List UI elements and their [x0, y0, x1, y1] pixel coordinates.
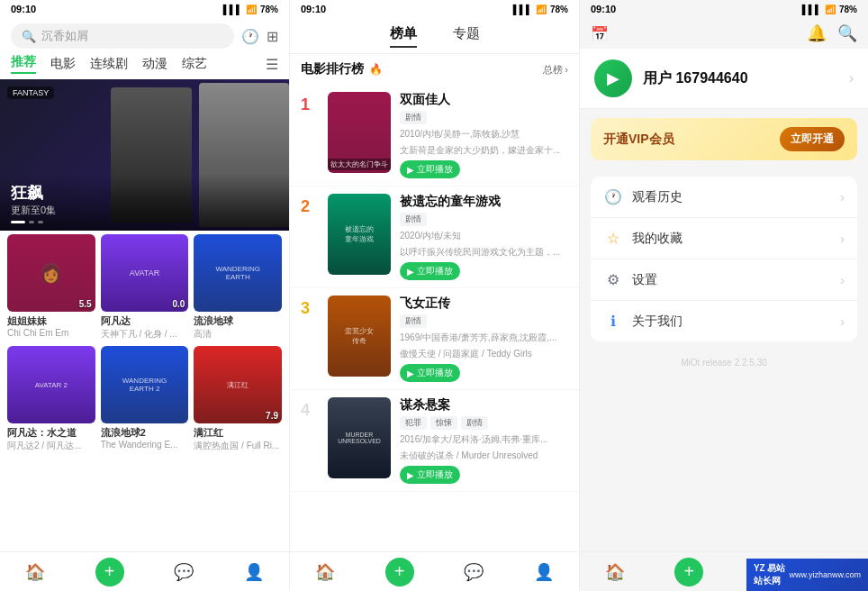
vip-open-button[interactable]: 立即开通: [780, 127, 845, 151]
menu-item-history[interactable]: 🕐 观看历史 ›: [591, 177, 857, 218]
movie-tags-3: 剧情: [400, 314, 568, 328]
category-nav: 推荐 电影 连续剧 动漫 综艺 ☰: [0, 54, 289, 79]
hero-dot-2[interactable]: [29, 221, 34, 223]
tag-3-0: 剧情: [400, 314, 427, 328]
bottom-nav-2: 🏠 + 💬 👤: [290, 551, 579, 591]
nav-item-anime[interactable]: 动漫: [142, 56, 167, 72]
card-4[interactable]: WANDERINGEARTH 2 流浪地球2 The Wandering E..…: [101, 346, 189, 452]
menu-label-history: 观看历史: [632, 189, 831, 205]
card-5[interactable]: 满江红 7.9 满江红 满腔热血国 / Full Ri...: [194, 346, 282, 452]
bottom-nav-home-2[interactable]: 🏠: [315, 562, 335, 582]
status-bar-3: 09:10 ▌▌▌ 📶 78%: [580, 0, 868, 18]
history-icon[interactable]: 🕐: [241, 28, 259, 45]
movie-title-2: 被遗忘的童年游戏: [400, 194, 568, 210]
tab-ranking[interactable]: 榜单: [390, 25, 417, 48]
movie-meta-4: 2016/加拿大/尼科洛·汤姆,韦弗·重库...: [400, 433, 568, 446]
battery-icon-3: 78%: [839, 5, 857, 14]
movie-meta-3: 1969/中国香港/萧芳芳,薛家燕,沈殿霞,...: [400, 332, 568, 344]
poster-1: 欲太大的名门争斗: [328, 92, 391, 173]
nav-item-variety[interactable]: 综艺: [182, 56, 207, 72]
total-btn[interactable]: 总榜 ›: [543, 63, 568, 77]
search-icon-user[interactable]: 🔍: [837, 23, 857, 43]
movie-item-1[interactable]: 2 被遗忘的童年游戏 被遗忘的童年游戏 剧情 2020/内地/未知 以呼吁振兴传…: [290, 186, 579, 288]
nav-item-movie[interactable]: 电影: [50, 56, 76, 72]
movie-item-2[interactable]: 3 蛮荒少女传奇 飞女正传 剧情 1969/中国香港/萧芳芳,薛家燕,沈殿霞,.…: [290, 288, 579, 390]
bottom-nav-user-1[interactable]: 👤: [244, 562, 264, 582]
bottom-nav-user-2[interactable]: 👤: [534, 562, 554, 582]
play-btn-3[interactable]: ▶ 立即播放: [400, 364, 460, 382]
time-3: 09:10: [591, 4, 616, 14]
time-1: 09:10: [11, 4, 36, 14]
hero-banner[interactable]: FANTASY 狂飙 更新至0集: [0, 79, 289, 231]
status-icons-2: ▌▌▌ 📶 78%: [513, 5, 568, 14]
search-input[interactable]: 🔍 沉香如屑: [11, 23, 234, 49]
card-0[interactable]: 👩 5.5 姐姐妹妹 Chi Chi Em Em: [7, 234, 95, 341]
add-button-1[interactable]: +: [95, 558, 124, 586]
tab-topic[interactable]: 专题: [453, 25, 480, 48]
tag-4-0: 犯罪: [400, 416, 427, 430]
nav-item-recommend[interactable]: 推荐: [11, 54, 36, 74]
panel-user: 09:10 ▌▌▌ 📶 78% 📅 🔔 🔍 ▶ 用户 167944640 › 开…: [580, 0, 868, 591]
hero-dot-3[interactable]: [38, 221, 43, 223]
play-label-1: 立即播放: [417, 163, 453, 176]
bottom-nav-home-3[interactable]: 🏠: [605, 562, 625, 582]
status-bar-1: 09:10 ▌▌▌ 📶 78%: [0, 0, 289, 18]
poster-1-text: 欲太大的名门争斗: [328, 159, 391, 170]
signal-icon: ▌▌▌: [223, 5, 242, 14]
movie-tags-4: 犯罪 惊悚 剧情: [400, 416, 568, 430]
hero-overlay: 狂飙 更新至0集: [0, 175, 289, 231]
bottom-nav-add-2[interactable]: +: [385, 558, 414, 586]
bottom-nav-msg-1[interactable]: 💬: [174, 562, 194, 582]
menu-item-settings[interactable]: ⚙ 设置 ›: [591, 259, 857, 301]
play-icon-2: ▶: [407, 267, 414, 277]
menu-item-favorites[interactable]: ☆ 我的收藏 ›: [591, 218, 857, 259]
card-0-sub: Chi Chi Em Em: [7, 328, 95, 338]
nav-item-series[interactable]: 连续剧: [90, 56, 128, 72]
card-3[interactable]: AVATAR 2 阿凡达：水之道 阿凡达2 / 阿凡达...: [7, 346, 95, 452]
card-1[interactable]: AVATAR 0.0 阿凡达 天神下凡 / 化身 / ...: [101, 234, 189, 341]
message-icon-1: 💬: [174, 562, 194, 582]
tag-1-0: 剧情: [400, 111, 427, 124]
card-5-title: 满江红: [194, 426, 282, 440]
wifi-icon-3: 📶: [825, 5, 836, 14]
vip-bar: 开通VIP会员 立即开通: [591, 118, 857, 160]
search-placeholder: 沉香如屑: [41, 28, 88, 44]
ranking-tabs: 榜单 专题: [290, 18, 579, 54]
hero-dot-1[interactable]: [11, 221, 25, 223]
user-icon-1: 👤: [244, 562, 264, 582]
panel-ranking: 09:10 ▌▌▌ 📶 78% 榜单 专题 电影排行榜 🔥 总榜 › 1 欲太大…: [290, 0, 580, 591]
play-btn-2[interactable]: ▶ 立即播放: [400, 262, 460, 280]
play-btn-1[interactable]: ▶ 立即播放: [400, 160, 460, 178]
tag-4-2: 剧情: [461, 416, 488, 430]
bottom-nav-msg-2[interactable]: 💬: [464, 562, 484, 582]
card-4-poster: WANDERINGEARTH 2: [101, 346, 189, 423]
hero-badge: FANTASY: [7, 86, 54, 99]
add-button-2[interactable]: +: [385, 558, 414, 586]
play-btn-4[interactable]: ▶ 立即播放: [400, 466, 460, 484]
movie-item-3[interactable]: 4 MURDERUNRESOLVED 谋杀悬案 犯罪 惊悚 剧情 2016/加拿…: [290, 390, 579, 492]
card-3-sub: 阿凡达2 / 阿凡达...: [7, 440, 95, 452]
user-row[interactable]: ▶ 用户 167944640 ›: [580, 49, 868, 109]
play-label-3: 立即播放: [417, 367, 453, 379]
notification-icon[interactable]: 🔔: [807, 23, 827, 43]
menu-item-about[interactable]: ℹ 关于我们 ›: [591, 301, 857, 341]
grid-icon[interactable]: ⊞: [267, 28, 278, 45]
card-2[interactable]: WANDERINGEARTH 流浪地球 高清: [194, 234, 282, 341]
menu-label-settings: 设置: [632, 272, 831, 288]
bottom-nav-add-3[interactable]: +: [674, 558, 703, 586]
nav-more-icon[interactable]: ☰: [266, 56, 278, 73]
status-icons-3: ▌▌▌ 📶 78%: [802, 5, 857, 14]
add-button-3[interactable]: +: [674, 558, 703, 586]
watermark-brand: YZ 易站站长网: [754, 562, 786, 587]
search-bar: 🔍 沉香如屑 🕐 ⊞: [0, 18, 289, 54]
movie-info-3: 飞女正传 剧情 1969/中国香港/萧芳芳,薛家燕,沈殿霞,... 傲慢天使 /…: [400, 296, 568, 382]
calendar-icon[interactable]: 📅: [591, 25, 609, 42]
card-1-sub: 天神下凡 / 化身 / ...: [101, 328, 189, 341]
topbar-action-icons: 🔔 🔍: [807, 23, 857, 43]
bottom-nav-home-1[interactable]: 🏠: [25, 562, 45, 582]
movie-tags-2: 剧情: [400, 213, 568, 226]
bottom-nav-add-1[interactable]: +: [95, 558, 124, 586]
movie-item-0[interactable]: 1 欲太大的名门争斗 双面佳人 剧情 2010/内地/吴静一,陈牧扬,沙慧 文新…: [290, 85, 579, 186]
history-chevron-icon: ›: [840, 190, 845, 205]
card-1-poster: AVATAR 0.0: [101, 234, 189, 312]
